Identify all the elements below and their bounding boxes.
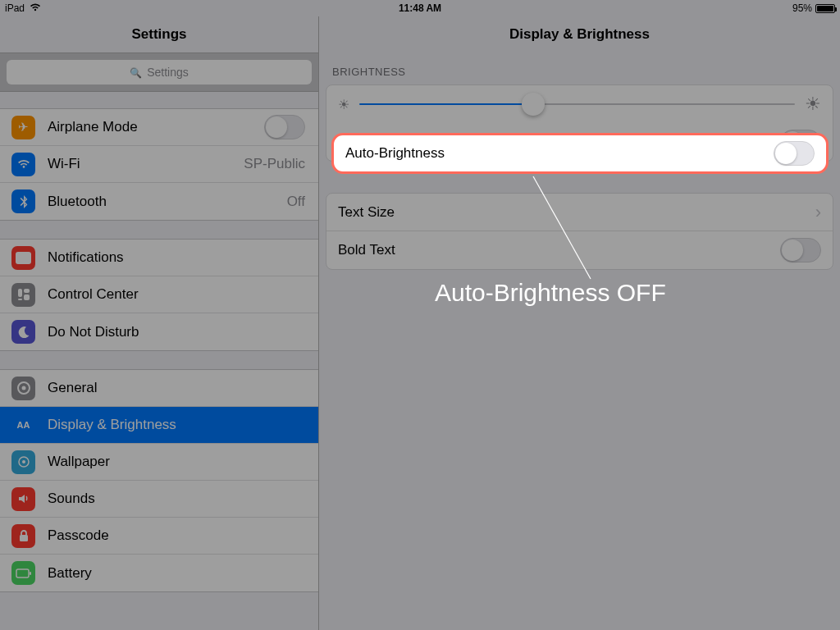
lock-icon (11, 524, 35, 548)
wallpaper-icon (11, 450, 35, 474)
bluetooth-value: Off (287, 194, 305, 210)
brightness-slider-thumb[interactable] (522, 93, 545, 116)
brightness-section-header: BRIGHTNESS (319, 52, 840, 84)
status-battery-pct: 95% (792, 2, 812, 14)
bold-text-label: Bold Text (338, 242, 780, 258)
sidebar-item-label: Notifications (48, 249, 305, 266)
sidebar-item-bluetooth[interactable]: Bluetooth Off (0, 183, 318, 220)
sidebar-item-dnd[interactable]: Do Not Disturb (0, 313, 318, 350)
status-bar: iPad 11:48 AM 95% (0, 0, 840, 16)
moon-icon (11, 320, 35, 344)
text-size-row[interactable]: Text Size › (326, 194, 833, 231)
sidebar-group-notifications: Notifications Control Center Do Not Dist… (0, 239, 318, 351)
status-device: iPad (5, 2, 25, 14)
search-icon (130, 66, 142, 79)
airplane-icon: ✈︎ (11, 116, 35, 139)
brightness-slider-row: ☀︎ ☀︎ (326, 85, 833, 123)
svg-rect-9 (16, 569, 29, 578)
sidebar-item-label: Do Not Disturb (48, 324, 305, 340)
display-icon: AA (11, 413, 35, 437)
detail-pane: Display & Brightness BRIGHTNESS ☀︎ ☀︎ Au… (319, 16, 840, 630)
sidebar-item-passcode[interactable]: Passcode (0, 518, 318, 555)
svg-rect-10 (30, 572, 31, 575)
sidebar-item-label: Passcode (48, 527, 305, 544)
sidebar-item-label: Display & Brightness (48, 417, 305, 433)
sidebar-item-airplane[interactable]: ✈︎ Airplane Mode (0, 109, 318, 146)
sidebar-item-sounds[interactable]: Sounds (0, 481, 318, 518)
sidebar-item-label: General (48, 380, 305, 396)
sidebar-group-network: ✈︎ Airplane Mode Wi-Fi SP-Public Bluetoo… (0, 108, 318, 221)
search-placeholder: Settings (147, 66, 189, 79)
detail-title: Display & Brightness (319, 16, 840, 52)
sun-large-icon: ☀︎ (805, 94, 821, 115)
svg-rect-8 (20, 535, 28, 541)
sidebar-group-general: General AA Display & Brightness Wallpape… (0, 369, 318, 592)
sidebar-item-label: Bluetooth (48, 194, 287, 210)
svg-rect-1 (24, 289, 30, 293)
screen: iPad 11:48 AM 95% Settings Settings ✈︎ A… (0, 0, 840, 630)
status-time: 11:48 AM (0, 2, 840, 14)
auto-brightness-highlight[interactable]: Auto-Brightness (331, 133, 829, 174)
settings-sidebar: Settings Settings ✈︎ Airplane Mode Wi-Fi… (0, 16, 319, 630)
auto-brightness-toggle-hl[interactable] (774, 141, 815, 166)
sidebar-item-label: Battery (48, 565, 305, 582)
search-input[interactable]: Settings (7, 60, 312, 84)
sidebar-item-display[interactable]: AA Display & Brightness (0, 407, 318, 444)
sidebar-item-wallpaper[interactable]: Wallpaper (0, 444, 318, 481)
auto-brightness-label-hl: Auto-Brightness (345, 145, 774, 162)
search-wrap: Settings (0, 52, 318, 92)
wifi-settings-icon (11, 153, 35, 176)
sidebar-item-wifi[interactable]: Wi-Fi SP-Public (0, 146, 318, 183)
text-size-label: Text Size (338, 204, 815, 221)
wifi-value: SP-Public (244, 156, 305, 172)
text-group: Text Size › Bold Text (326, 193, 833, 270)
svg-rect-0 (18, 289, 22, 297)
battery-icon (815, 2, 835, 14)
bold-text-toggle[interactable] (780, 238, 821, 262)
chevron-right-icon: › (815, 202, 821, 223)
svg-point-7 (22, 460, 25, 463)
gear-icon (11, 377, 35, 400)
sidebar-item-label: Airplane Mode (48, 119, 264, 135)
svg-rect-2 (24, 294, 30, 300)
wifi-icon (30, 2, 41, 14)
sidebar-item-control-center[interactable]: Control Center (0, 276, 318, 313)
brightness-slider[interactable] (359, 103, 795, 105)
bold-text-row[interactable]: Bold Text (326, 231, 833, 269)
sun-small-icon: ☀︎ (338, 97, 349, 112)
sidebar-item-label: Wi-Fi (48, 156, 244, 172)
sidebar-item-label: Sounds (48, 491, 305, 507)
sidebar-item-label: Wallpaper (48, 454, 305, 470)
sidebar-item-battery[interactable]: Battery (0, 555, 318, 591)
control-center-icon (11, 283, 35, 307)
svg-point-5 (21, 386, 25, 390)
speaker-icon (11, 487, 35, 511)
sidebar-title: Settings (0, 16, 318, 52)
notifications-icon (11, 246, 35, 270)
svg-rect-3 (18, 299, 22, 300)
battery-settings-icon (11, 561, 35, 585)
sidebar-item-notifications[interactable]: Notifications (0, 240, 318, 276)
sidebar-item-label: Control Center (48, 286, 305, 303)
bluetooth-icon (11, 189, 35, 213)
sidebar-item-general[interactable]: General (0, 370, 318, 407)
airplane-toggle[interactable] (264, 115, 305, 139)
